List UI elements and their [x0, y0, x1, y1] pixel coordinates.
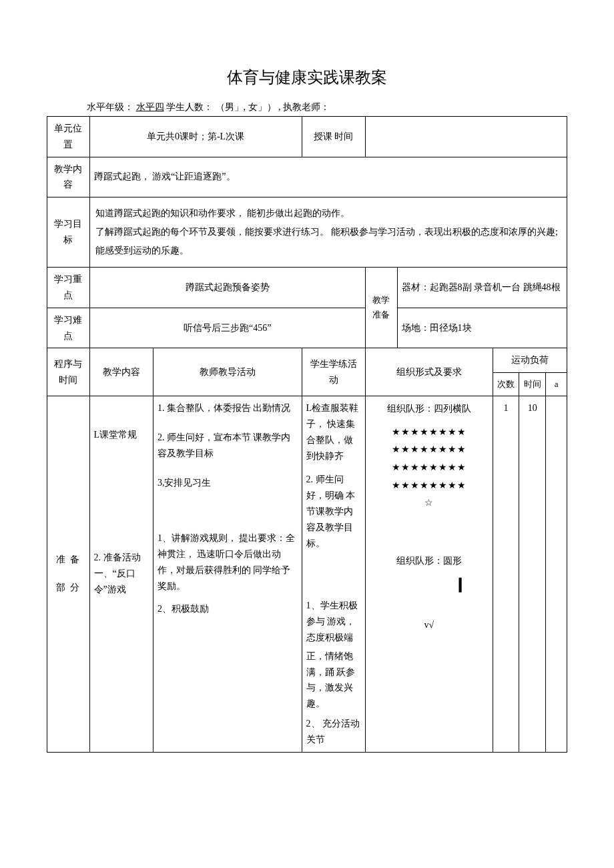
label-teach-content: 教学内容 — [47, 157, 90, 197]
col-a: a — [546, 373, 567, 396]
col-minutes: 时间 — [519, 373, 546, 396]
org-formation-2-title: 组织队形：圆形 — [370, 552, 489, 570]
teacher-item-1: 1. 集合整队，体委报告 出勤情况 — [158, 400, 298, 416]
label-focus: 学习重点 — [47, 268, 90, 308]
value-venue: 场地：田径场1块 — [397, 308, 567, 348]
value-equipment: 器材：起跑器8副 录音机一台 跳绳48根 — [397, 268, 567, 308]
circle-mark-icon: ▎ — [459, 574, 469, 596]
col-program: 程序与 时间 — [47, 348, 90, 396]
meta-line: 水平年级： 水平四 学生人数： （男」, 女」） , 执教老师： — [87, 101, 567, 113]
col-content: 教学内容 — [89, 348, 153, 396]
student-item-5: 2、 充分活动关节 — [306, 716, 361, 748]
content-warmup-game: 2. 准备活动一、“反口令”游戏 — [94, 550, 149, 597]
student-item-2: 2. 师生问好，明确 本节课教学内容及教学目标。 — [306, 472, 361, 551]
meta-students-label: 学生人数： — [166, 102, 213, 112]
meta-prefix: 水平年级： — [87, 102, 133, 112]
student-item-1: L检查服装鞋子， 快速集合整队，做 到快静齐 — [306, 400, 361, 464]
lesson-plan-table: 单元位置 单元共0课时；第-L次课 授课 时间 教学内容 蹲踞式起跑， 游戏“让… — [47, 116, 567, 753]
value-class-time — [365, 117, 567, 157]
label-class-time: 授课 时间 — [302, 117, 365, 157]
meta-students-value: （男」, 女」） — [216, 102, 276, 112]
label-goals: 学习目标 — [47, 197, 90, 268]
row-prep-teacher: 1. 集合整队，体委报告 出勤情况 2. 师生问好，宣布本节 课教学内容及教学目… — [153, 396, 302, 752]
col-teacher: 教师教导活动 — [153, 348, 302, 396]
meta-teacher-label: , 执教老师： — [278, 102, 330, 112]
value-goals: 知道蹲踞式起跑的知识和动作要求， 能初步做出起跑的动作。 了解蹲踞式起跑的每个环… — [89, 197, 567, 268]
label-unit-position: 单元位置 — [47, 117, 90, 157]
label-prep: 教学准备 — [365, 268, 397, 348]
teacher-item-2: 2. 师生问好，宣布本节 课教学内容及教学目标 — [158, 430, 298, 462]
col-org: 组织形式及要求 — [365, 348, 493, 396]
teacher-item-4: 1、讲解游戏规则， 提出要求：全神贯注， 迅速听口令后做出动作，对最后获得胜利的… — [158, 530, 298, 594]
value-teach-content: 蹲踞式起跑， 游戏“让距追逐跑”。 — [89, 157, 567, 197]
teacher-item-3: 3,安排见习生 — [158, 475, 298, 491]
col-load: 运动负荷 — [493, 348, 567, 373]
teacher-item-5: 2、积极鼓励 — [158, 601, 298, 617]
org-formation-1-title: 组织队形：四列横队 — [370, 400, 489, 418]
row-prep-content: L课堂常规 2. 准备活动一、“反口令”游戏 — [89, 396, 153, 752]
meta-level: 水平四 — [136, 102, 164, 112]
row-prep-org: 组织队形：四列横队 ★★★★★★★★ ★★★★★★★★ ★★★★★★★★ ★★★… — [365, 396, 493, 752]
org-formation-1-stars: ★★★★★★★★ ★★★★★★★★ ★★★★★★★★ ★★★★★★★★ ☆ — [370, 424, 489, 512]
row-prep-a — [546, 396, 567, 752]
row-prep-student: L检查服装鞋子， 快速集合整队，做 到快静齐 2. 师生问好，明确 本节课教学内… — [302, 396, 365, 752]
student-item-3: 1、学生积极参与 游戏，态度积极端 — [306, 598, 361, 645]
label-difficulty: 学习难点 — [47, 308, 90, 348]
row-prep-minutes: 10 — [519, 396, 546, 752]
value-focus: 蹲踞式起跑预备姿势 — [89, 268, 365, 308]
org-formation-2-mark: v√ — [370, 616, 489, 634]
value-difficulty: 听信号后三步跑“456” — [89, 308, 365, 348]
row-prep-times: 1 — [493, 396, 519, 752]
row-prep-label: 准 备 部 分 — [47, 396, 90, 752]
content-routine: L课堂常规 — [94, 427, 149, 443]
col-times: 次数 — [493, 373, 519, 396]
student-item-4: 正，情绪饱满，踊 跃参与，激发兴趣。 — [306, 648, 361, 712]
value-unit-position: 单元共0课时；第-L次课 — [89, 117, 302, 157]
col-student: 学生学练活动 — [302, 348, 365, 396]
page-title: 体育与健康实践课教案 — [47, 67, 567, 88]
